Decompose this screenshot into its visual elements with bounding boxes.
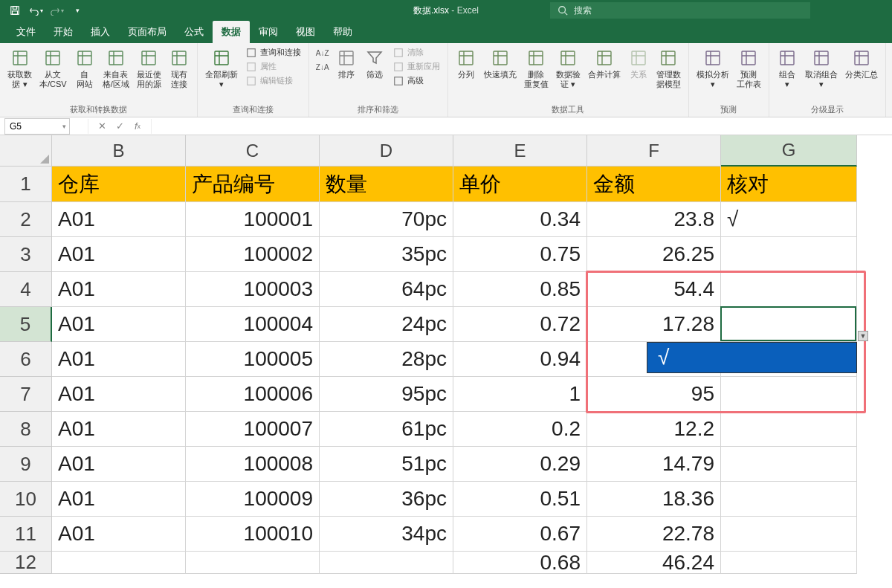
cell[interactable] [721, 412, 857, 447]
cell[interactable]: 100010 [186, 517, 320, 552]
cell[interactable]: 34pc [320, 517, 453, 552]
row-header-1[interactable]: 1 [0, 167, 52, 202]
row-header-7[interactable]: 7 [0, 377, 52, 412]
cell[interactable]: 54.4 [587, 272, 721, 307]
row-header-3[interactable]: 3 [0, 237, 52, 272]
row-header-2[interactable]: 2 [0, 202, 52, 237]
ribbon-取消组合[interactable]: 取消组合▾ [802, 46, 841, 91]
ribbon-快速填充[interactable]: 快速填充 [481, 46, 520, 81]
row-header-10[interactable]: 10 [0, 482, 52, 517]
cell[interactable]: 0.2 [453, 412, 587, 447]
cell[interactable]: 100006 [186, 377, 320, 412]
cell[interactable]: 95pc [320, 377, 453, 412]
dropdown-option[interactable]: √ [658, 346, 669, 369]
cell[interactable]: 0.72 [453, 307, 587, 342]
cell[interactable]: 28pc [320, 342, 453, 377]
cell[interactable]: 61pc [320, 412, 453, 447]
qat-customize-icon[interactable]: ▾ [68, 1, 86, 19]
ribbon-自网站[interactable]: 自网站 [71, 46, 98, 91]
cell[interactable] [721, 552, 857, 574]
cell[interactable]: 100003 [186, 272, 320, 307]
header-cell[interactable]: 金额 [587, 167, 721, 202]
select-all-corner[interactable] [0, 135, 52, 167]
cell[interactable]: A01 [52, 237, 186, 272]
cell[interactable]: A01 [52, 307, 186, 342]
ribbon-来自表格/区域[interactable]: 来自表格/区域 [100, 46, 132, 91]
cell[interactable] [186, 552, 320, 574]
cell[interactable] [721, 482, 857, 517]
row-header-6[interactable]: 6 [0, 342, 52, 377]
tab-公式[interactable]: 公式 [175, 21, 213, 43]
cell[interactable] [721, 237, 857, 272]
cell[interactable]: 0.94 [453, 342, 587, 377]
cell[interactable]: 1 [453, 377, 587, 412]
cell[interactable]: 70pc [320, 202, 453, 237]
header-cell[interactable]: 产品编号 [186, 167, 320, 202]
ribbon-数据验证[interactable]: 数据验证 ▾ [553, 46, 584, 91]
ribbon-模拟分析[interactable]: 模拟分析▾ [694, 46, 732, 91]
sort-Z↓A[interactable]: Z↓A [314, 60, 332, 74]
fx-icon[interactable]: fx [130, 119, 145, 134]
refresh-all-button[interactable]: 全部刷新▾ [202, 46, 241, 91]
cell[interactable]: A01 [52, 377, 186, 412]
row-header-8[interactable]: 8 [0, 412, 52, 447]
cell[interactable]: 100005 [186, 342, 320, 377]
cell[interactable]: 64pc [320, 272, 453, 307]
header-cell[interactable]: 核对 [721, 167, 857, 202]
filter-button[interactable]: 筛选 [361, 46, 388, 81]
col-header-C[interactable]: C [186, 135, 320, 167]
cell[interactable]: A01 [52, 447, 186, 482]
ribbon-组合[interactable]: 组合▾ [774, 46, 801, 91]
cell[interactable]: 17.28 [587, 307, 721, 342]
cell[interactable]: 0.29 [453, 447, 587, 482]
cell[interactable]: 95 [587, 377, 721, 412]
dropdown-list[interactable]: √ [647, 342, 857, 373]
cell[interactable] [52, 552, 186, 574]
cell[interactable]: 0.68 [453, 552, 587, 574]
col-header-E[interactable]: E [453, 135, 587, 167]
cell[interactable]: A01 [52, 342, 186, 377]
cell[interactable]: 36pc [320, 482, 453, 517]
sort-button[interactable]: 排序 [333, 46, 360, 81]
tab-视图[interactable]: 视图 [287, 21, 324, 43]
row-header-12[interactable]: 12 [0, 552, 52, 574]
ribbon-查询和连接[interactable]: 查询和连接 [242, 46, 304, 59]
cell[interactable]: 0.34 [453, 202, 587, 237]
col-header-G[interactable]: G [721, 135, 857, 167]
cell[interactable]: 46.24 [587, 552, 721, 574]
enter-icon[interactable]: ✓ [112, 119, 127, 134]
header-cell[interactable]: 仓库 [52, 167, 186, 202]
ribbon-从文本/CSV[interactable]: 从文本/CSV [36, 46, 70, 91]
row-header-4[interactable]: 4 [0, 272, 52, 307]
cell[interactable]: 100007 [186, 412, 320, 447]
cell[interactable]: A01 [52, 272, 186, 307]
cell[interactable]: 22.78 [587, 517, 721, 552]
cell[interactable]: A01 [52, 482, 186, 517]
tab-插入[interactable]: 插入 [82, 21, 119, 43]
ribbon-分类汇总[interactable]: 分类汇总 [842, 46, 881, 81]
ribbon-管理数据模型[interactable]: 管理数据模型 [653, 46, 684, 91]
row-header-11[interactable]: 11 [0, 517, 52, 552]
cell[interactable]: 0.85 [453, 272, 587, 307]
sort-A↓Z[interactable]: A↓Z [314, 46, 332, 59]
tab-页面布局[interactable]: 页面布局 [119, 21, 175, 43]
cell[interactable]: A01 [52, 202, 186, 237]
cell[interactable]: √ [721, 202, 857, 237]
ribbon-预测工作表[interactable]: 预测工作表 [734, 46, 764, 91]
cell[interactable]: A01 [52, 517, 186, 552]
cell[interactable]: 100001 [186, 202, 320, 237]
ribbon-最近使用的源[interactable]: 最近使用的源 [134, 46, 164, 91]
col-header-F[interactable]: F [587, 135, 721, 167]
cell[interactable]: A01 [52, 412, 186, 447]
cell[interactable] [721, 307, 857, 342]
tab-审阅[interactable]: 审阅 [250, 21, 287, 43]
save-icon[interactable] [6, 1, 24, 19]
tab-文件[interactable]: 文件 [7, 21, 45, 43]
cell[interactable]: 23.8 [587, 202, 721, 237]
cell[interactable] [721, 272, 857, 307]
tab-开始[interactable]: 开始 [45, 21, 82, 43]
formula-input[interactable] [152, 118, 892, 135]
cell[interactable]: 12.2 [587, 412, 721, 447]
ribbon-合并计算[interactable]: 合并计算 [585, 46, 624, 81]
tab-数据[interactable]: 数据 [213, 21, 250, 43]
